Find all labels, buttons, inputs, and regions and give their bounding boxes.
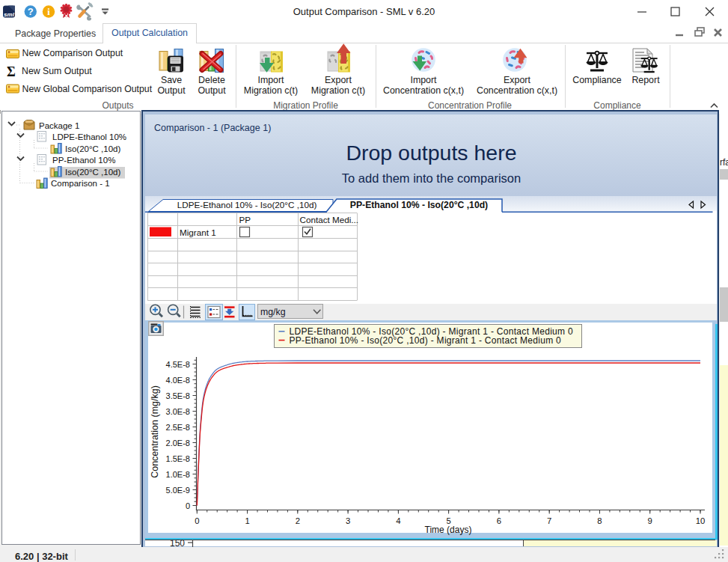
svg-text:3.0E-8: 3.0E-8 xyxy=(166,407,190,416)
svg-text:Iso(20°C ,10d): Iso(20°C ,10d) xyxy=(65,168,120,177)
svg-text:6: 6 xyxy=(497,516,501,525)
svg-text:3.5E-8: 3.5E-8 xyxy=(166,391,190,400)
svg-text:1.0E-8: 1.0E-8 xyxy=(166,470,190,479)
svg-text:9: 9 xyxy=(648,516,652,525)
svg-text:3: 3 xyxy=(346,516,350,525)
svg-text:Concentration (mg/kg): Concentration (mg/kg) xyxy=(150,385,160,478)
svg-text:4: 4 xyxy=(396,516,400,525)
svg-text:Iso(20°C ,10d): Iso(20°C ,10d) xyxy=(65,144,120,153)
svg-text:PP: PP xyxy=(239,215,251,225)
svg-text:Time (days): Time (days) xyxy=(425,525,472,535)
svg-text:PP-Ethanol 10% - Iso(20°C ,10d: PP-Ethanol 10% - Iso(20°C ,10d) xyxy=(350,200,488,210)
svg-text:2: 2 xyxy=(296,516,300,525)
svg-text:Σ: Σ xyxy=(7,64,16,79)
svg-text:1: 1 xyxy=(245,516,249,525)
svg-text:4.5E-8: 4.5E-8 xyxy=(166,360,190,369)
svg-text:2.5E-8: 2.5E-8 xyxy=(166,423,190,432)
svg-text:4.0E-8: 4.0E-8 xyxy=(166,376,190,385)
svg-text:PP-Ethanol 10% - Iso(20°C ,10d: PP-Ethanol 10% - Iso(20°C ,10d) - Migran… xyxy=(290,335,562,346)
svg-text:10: 10 xyxy=(696,516,706,525)
svg-text:8: 8 xyxy=(597,516,602,525)
svg-text:mg/kg: mg/kg xyxy=(260,307,286,317)
svg-text:5.0E-9: 5.0E-9 xyxy=(166,486,190,495)
svg-text:0: 0 xyxy=(186,501,190,510)
svg-text:2.0E-8: 2.0E-8 xyxy=(166,439,190,448)
svg-text:PP-Ethanol 10%: PP-Ethanol 10% xyxy=(52,156,115,165)
svg-text:LDPE-Ethanol 10% - Iso(20°C ,1: LDPE-Ethanol 10% - Iso(20°C ,10d) xyxy=(177,200,317,210)
svg-text:Comparison - 1: Comparison - 1 xyxy=(51,179,110,188)
svg-text:Contact Medi...: Contact Medi... xyxy=(300,215,359,225)
svg-text:Migrant 1: Migrant 1 xyxy=(180,227,216,237)
svg-text:0: 0 xyxy=(195,516,199,525)
svg-text:Package 1: Package 1 xyxy=(39,121,79,130)
svg-text:7: 7 xyxy=(547,516,551,525)
svg-text:LDPE-Ethanol 10%: LDPE-Ethanol 10% xyxy=(52,132,126,141)
svg-text:1.5E-8: 1.5E-8 xyxy=(166,454,190,463)
